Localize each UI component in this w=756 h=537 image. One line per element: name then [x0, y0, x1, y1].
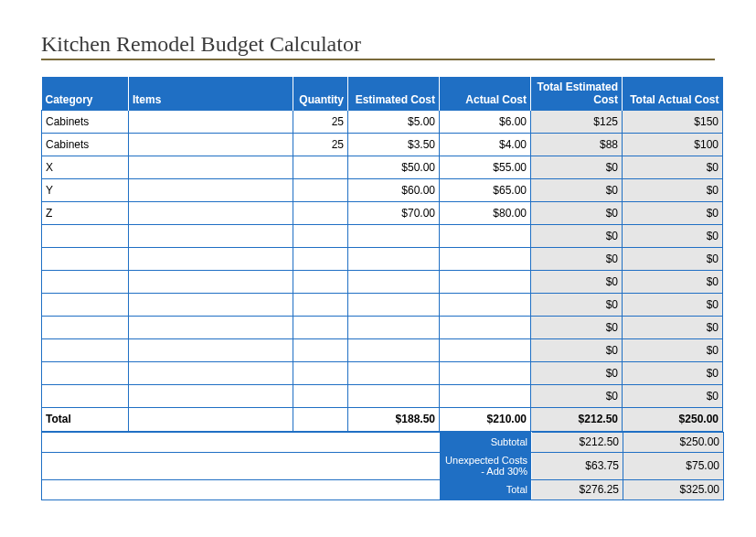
cell-category[interactable]	[42, 316, 129, 338]
cell-tot-est: $0	[531, 178, 623, 201]
cell-qty[interactable]: 25	[293, 133, 348, 156]
cell-category[interactable]	[42, 224, 129, 247]
cell-est[interactable]	[348, 338, 440, 361]
cell-qty[interactable]	[293, 270, 348, 293]
cell-qty[interactable]	[293, 338, 348, 361]
cell-act[interactable]: $65.00	[440, 178, 531, 201]
cell-est[interactable]	[348, 384, 440, 407]
cell-items[interactable]	[129, 338, 293, 361]
table-row: $0$0	[42, 293, 723, 316]
header-estimated-cost: Estimated Cost	[348, 77, 440, 110]
cell-category[interactable]: Y	[42, 178, 129, 201]
cell-qty[interactable]: 25	[293, 110, 348, 133]
table-row: Z$70.00$80.00$0$0	[42, 201, 723, 224]
cell-act[interactable]	[440, 247, 531, 270]
cell-act[interactable]: $55.00	[440, 156, 531, 178]
cell-qty[interactable]	[293, 224, 348, 247]
cell-category[interactable]: Z	[42, 201, 129, 224]
cell-items[interactable]	[129, 133, 293, 156]
cell-est[interactable]: $3.50	[348, 133, 440, 156]
cell-items[interactable]	[129, 178, 293, 201]
cell-items[interactable]	[129, 270, 293, 293]
cell-category[interactable]	[42, 270, 129, 293]
cell-qty[interactable]	[293, 316, 348, 338]
cell-items[interactable]	[129, 156, 293, 178]
cell-tot-est: $88	[531, 133, 623, 156]
header-total-actual: Total Actual Cost	[623, 77, 723, 110]
cell-items[interactable]	[129, 293, 293, 316]
table-header-row: Category Items Quantity Estimated Cost A…	[42, 77, 723, 110]
cell-qty[interactable]	[293, 178, 348, 201]
cell-tot-act: $0	[623, 178, 723, 201]
cell-act[interactable]: $4.00	[440, 133, 531, 156]
cell-est[interactable]	[348, 361, 440, 384]
cell-category[interactable]	[42, 247, 129, 270]
cell-act[interactable]: $80.00	[440, 201, 531, 224]
cell-qty[interactable]	[293, 156, 348, 178]
cell-act[interactable]	[440, 316, 531, 338]
cell-qty[interactable]	[293, 247, 348, 270]
cell-tot-est: $0	[531, 156, 623, 178]
cell-act[interactable]	[440, 224, 531, 247]
cell-category[interactable]: Cabinets	[42, 133, 129, 156]
cell-tot-act: $0	[623, 316, 723, 338]
cell-items[interactable]	[129, 384, 293, 407]
total-items	[129, 407, 293, 431]
summary-total-row: Total $276.25 $325.00	[42, 479, 724, 499]
cell-act[interactable]	[440, 270, 531, 293]
table-row: $0$0	[42, 270, 723, 293]
header-category: Category	[42, 77, 129, 110]
cell-tot-est: $0	[531, 224, 623, 247]
cell-qty[interactable]	[293, 384, 348, 407]
cell-tot-est: $0	[531, 361, 623, 384]
cell-items[interactable]	[129, 316, 293, 338]
cell-items[interactable]	[129, 201, 293, 224]
summary-unexpected-row: Unexpected Costs - Add 30% $63.75 $75.00	[42, 452, 724, 479]
cell-items[interactable]	[129, 247, 293, 270]
table-row: $0$0	[42, 384, 723, 407]
grand-total-act: $325.00	[623, 479, 724, 499]
cell-est[interactable]: $5.00	[348, 110, 440, 133]
cell-items[interactable]	[129, 224, 293, 247]
cell-qty[interactable]	[293, 201, 348, 224]
cell-category[interactable]: Cabinets	[42, 110, 129, 133]
summary-spacer	[42, 432, 441, 452]
total-label: Total	[42, 407, 129, 431]
cell-category[interactable]: X	[42, 156, 129, 178]
cell-tot-act: $0	[623, 224, 723, 247]
cell-tot-est: $0	[531, 293, 623, 316]
page-title: Kitchen Remodel Budget Calculator	[41, 32, 715, 59]
cell-act[interactable]	[440, 384, 531, 407]
cell-category[interactable]	[42, 361, 129, 384]
summary-subtotal-row: Subtotal $212.50 $250.00	[42, 432, 724, 452]
cell-items[interactable]	[129, 110, 293, 133]
cell-tot-act: $0	[623, 270, 723, 293]
cell-est[interactable]: $50.00	[348, 156, 440, 178]
cell-qty[interactable]	[293, 361, 348, 384]
cell-est[interactable]	[348, 293, 440, 316]
cell-items[interactable]	[129, 361, 293, 384]
cell-category[interactable]	[42, 384, 129, 407]
unexpected-est: $63.75	[532, 452, 623, 479]
table-row: $0$0	[42, 247, 723, 270]
cell-est[interactable]	[348, 247, 440, 270]
cell-est[interactable]	[348, 316, 440, 338]
cell-act[interactable]	[440, 338, 531, 361]
cell-category[interactable]	[42, 338, 129, 361]
cell-category[interactable]	[42, 293, 129, 316]
table-row: X$50.00$55.00$0$0	[42, 156, 723, 178]
subtotal-est: $212.50	[532, 432, 623, 452]
cell-est[interactable]: $70.00	[348, 201, 440, 224]
cell-act[interactable]: $6.00	[440, 110, 531, 133]
unexpected-label: Unexpected Costs - Add 30%	[441, 452, 532, 479]
cell-est[interactable]	[348, 270, 440, 293]
table-row: $0$0	[42, 224, 723, 247]
cell-tot-est: $0	[531, 201, 623, 224]
cell-qty[interactable]	[293, 293, 348, 316]
cell-act[interactable]	[440, 361, 531, 384]
cell-tot-act: $0	[623, 338, 723, 361]
cell-act[interactable]	[440, 293, 531, 316]
cell-est[interactable]	[348, 224, 440, 247]
cell-est[interactable]: $60.00	[348, 178, 440, 201]
total-qty	[293, 407, 348, 431]
